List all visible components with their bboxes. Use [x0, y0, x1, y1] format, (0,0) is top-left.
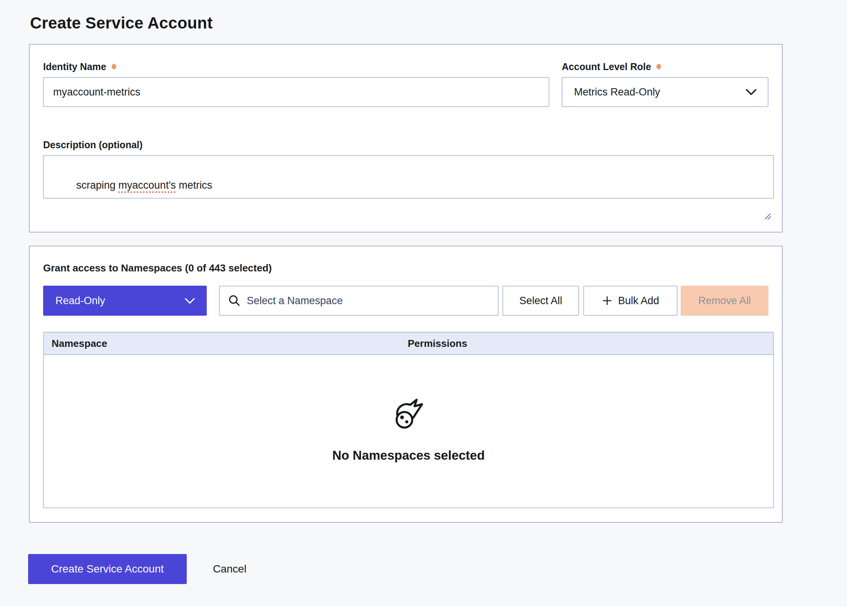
namespace-search-input[interactable]: [247, 295, 490, 307]
footer-actions: Create Service Account Cancel: [28, 554, 847, 584]
identity-name-field: Identity Name: [43, 61, 549, 107]
permission-dropdown[interactable]: Read-Only: [43, 286, 207, 316]
identity-name-input[interactable]: [43, 77, 549, 107]
description-misspelled-word: myaccount's: [119, 179, 176, 191]
bulk-add-button[interactable]: Bulk Add: [583, 286, 678, 316]
column-header-permissions: Permissions: [408, 338, 773, 350]
column-header-namespace: Namespace: [52, 338, 408, 350]
account-level-role-field: Account Level Role Metrics Read-Only: [562, 61, 768, 107]
account-level-role-select[interactable]: Metrics Read-Only: [562, 77, 768, 107]
description-text: metrics: [176, 179, 213, 191]
permission-dropdown-value: Read-Only: [55, 295, 105, 307]
select-all-button[interactable]: Select All: [502, 286, 579, 316]
account-level-role-label: Account Level Role: [562, 61, 651, 72]
identity-name-label: Identity Name: [43, 61, 106, 72]
bottom-strip: [0, 606, 847, 616]
cancel-button[interactable]: Cancel: [213, 563, 246, 575]
namespaces-table-body: No Namespaces selected: [44, 355, 773, 507]
create-service-account-button[interactable]: Create Service Account: [28, 554, 187, 584]
search-icon: [228, 295, 241, 307]
chevron-down-icon: [184, 298, 195, 304]
namespaces-panel: Grant access to Namespaces (0 of 443 sel…: [29, 246, 783, 523]
remove-all-button[interactable]: Remove All: [681, 286, 768, 316]
description-text: scraping: [76, 179, 119, 191]
resize-handle-icon[interactable]: [763, 188, 772, 197]
description-textarea[interactable]: scraping myaccount's metrics: [43, 155, 774, 199]
namespace-search[interactable]: [219, 286, 499, 316]
description-field: Description (optional) scraping myaccoun…: [43, 139, 768, 199]
namespaces-table: Namespace Permissions No Namespaces sele…: [43, 332, 774, 508]
namespaces-table-header: Namespace Permissions: [44, 333, 773, 355]
create-service-account-page: Create Service Account Identity Name Acc…: [0, 0, 847, 584]
comet-icon: [392, 398, 425, 432]
page-title: Create Service Account: [30, 14, 847, 32]
required-dot: [656, 64, 661, 69]
identity-panel: Identity Name Account Level Role Metrics…: [29, 44, 783, 233]
namespaces-heading: Grant access to Namespaces (0 of 443 sel…: [43, 262, 768, 274]
empty-state-text: No Namespaces selected: [332, 448, 485, 463]
description-label: Description (optional): [43, 139, 142, 151]
namespace-controls: Read-Only Select All: [43, 286, 768, 316]
chevron-down-icon: [745, 89, 757, 95]
account-level-role-value: Metrics Read-Only: [574, 86, 660, 98]
required-dot: [112, 64, 116, 69]
plus-icon: [602, 295, 613, 306]
